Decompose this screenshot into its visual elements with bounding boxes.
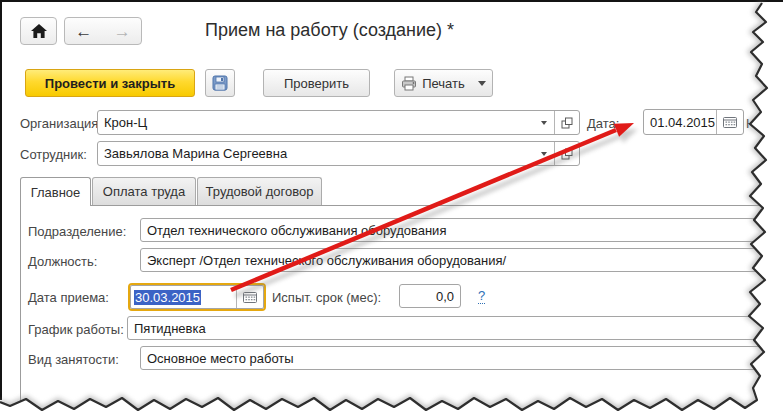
app-window: ← → Прием на работу (создание) * Провест… [0,0,783,418]
date-calendar-button[interactable] [716,110,743,134]
employee-value[interactable]: Завьялова Марина Сергеевна [98,142,534,165]
print-button[interactable]: Печать [394,69,493,97]
chevron-down-icon [541,121,547,125]
position-field[interactable]: Эксперт /Отдел технического обслуживания… [140,248,783,272]
frame-border-top [0,0,783,2]
employee-field[interactable]: Завьялова Марина Сергеевна [97,141,580,166]
employment-field[interactable]: Основное место работы [140,346,783,370]
probation-label: Испыт. срок (мес): [272,290,381,305]
post-and-close-button[interactable]: Провести и закрыть [25,69,195,97]
organization-field[interactable]: Крон-Ц [97,110,580,135]
calendar-icon [243,292,257,303]
check-button[interactable]: Проверить [263,69,370,97]
tab-main[interactable]: Главное [20,177,91,206]
date-value[interactable]: 01.04.2015 [644,110,716,134]
open-icon [561,117,573,129]
page-title: Прием на работу (создание) * [205,20,454,41]
schedule-field[interactable]: Пятидневка [127,316,783,340]
print-dropdown-icon[interactable] [478,81,486,86]
hire-date-calendar-button[interactable] [236,286,263,308]
probation-field[interactable]: 0,0 [399,284,461,308]
home-button[interactable] [20,17,57,45]
chevron-down-icon [541,152,547,156]
organization-label: Организация: [20,116,102,131]
date-label: Дата: [587,116,619,131]
home-icon [31,24,47,38]
hire-date-value[interactable]: 30.03.2015 [131,286,236,308]
save-button[interactable] [205,69,235,97]
department-field[interactable]: Отдел технического обслуживания оборудов… [140,218,783,242]
forward-button[interactable]: → [104,23,142,40]
history-nav-group: ← → [64,17,142,45]
organization-value[interactable]: Крон-Ц [98,111,534,134]
open-icon [561,148,573,160]
department-label: Подразделение: [28,224,126,239]
schedule-label: График работы: [28,322,124,337]
employee-dropdown-button[interactable] [534,142,554,165]
employment-label: Вид занятости: [28,352,119,367]
probation-help-link[interactable]: ? [478,289,485,304]
position-label: Должность: [28,254,97,269]
selected-text: 30.03.2015 [134,290,201,305]
forward-arrow-icon: → [114,23,131,40]
print-button-label: Печать [422,76,465,91]
tab-salary[interactable]: Оплата труда [92,177,196,205]
hire-date-label: Дата приема: [28,290,109,305]
frame-border-left [0,0,2,400]
calendar-icon [723,117,737,128]
back-arrow-icon: ← [75,23,92,40]
date-field[interactable]: 01.04.2015 [643,109,744,135]
organization-open-button[interactable] [554,111,579,134]
printer-icon [401,76,417,91]
employee-label: Сотрудник: [20,147,87,162]
save-icon [212,75,228,91]
tab-contract[interactable]: Трудовой договор [197,177,322,205]
number-label-clipped: Ном [746,116,772,131]
organization-dropdown-button[interactable] [534,111,554,134]
employee-open-button[interactable] [554,142,579,165]
hire-date-field-focused[interactable]: 30.03.2015 [128,283,266,311]
back-button[interactable]: ← [65,23,103,40]
